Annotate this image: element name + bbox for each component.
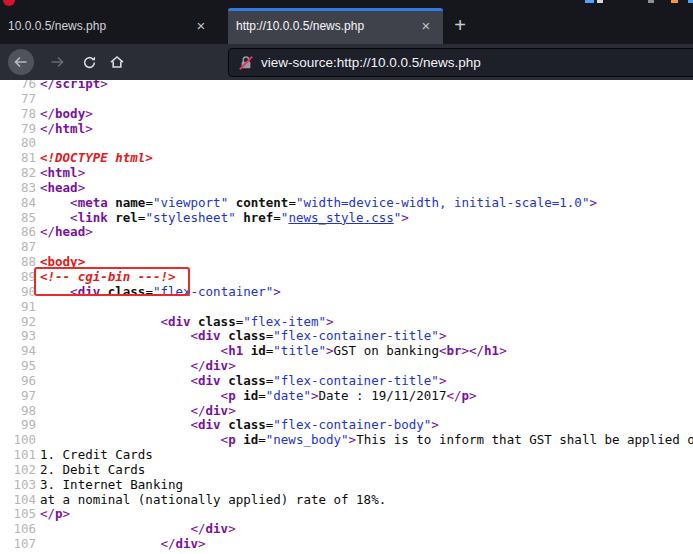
line-number: 102: [0, 463, 36, 478]
navigation-toolbar: view-source:http://10.0.0.5/news.php: [0, 44, 693, 80]
line-number: 104: [0, 493, 36, 508]
source-line: 1022. Debit Cards: [0, 463, 693, 478]
line-number: 79: [0, 122, 36, 137]
source-line: 79</html>: [0, 122, 693, 137]
source-line: 76</script>: [0, 80, 693, 92]
close-tab-icon[interactable]: ×: [192, 17, 210, 35]
line-number: 88: [0, 255, 36, 270]
url-bar[interactable]: view-source:http://10.0.0.5/news.php: [228, 48, 693, 77]
tab-news-php[interactable]: 10.0.0.5/news.php ×: [0, 8, 218, 44]
panel-fragment: [585, 0, 594, 3]
source-line: 98</div>: [0, 404, 693, 419]
source-line: 97<p id="date">Date : 19/11/2017</p>: [0, 389, 693, 404]
line-number: 81: [0, 151, 36, 166]
line-number: 105: [0, 507, 36, 522]
tab-title: 10.0.0.5/news.php: [8, 19, 192, 33]
source-line: 78</body>: [0, 107, 693, 122]
source-line: 105</p>: [0, 507, 693, 522]
line-number: 80: [0, 136, 36, 151]
new-tab-button[interactable]: +: [448, 14, 472, 38]
line-number: 101: [0, 448, 36, 463]
line-number: 96: [0, 374, 36, 389]
source-line: 80: [0, 136, 693, 151]
line-number: 90: [0, 285, 36, 300]
line-number: 100: [0, 433, 36, 448]
arrow-left-icon: [13, 54, 29, 70]
line-number: 107: [0, 537, 36, 552]
arrow-right-icon: [49, 54, 65, 70]
line-number: 84: [0, 196, 36, 211]
source-line: 84<meta name="viewport" content="width=d…: [0, 196, 693, 211]
source-line: 100<p id="news_body">This is to inform t…: [0, 433, 693, 448]
source-line: 83<head>: [0, 181, 693, 196]
source-line: 93<div class="flex-container-title">: [0, 329, 693, 344]
source-line: 94<h1 id="title">GST on banking<br></h1>: [0, 344, 693, 359]
source-line: 91: [0, 300, 693, 315]
line-number: 85: [0, 211, 36, 226]
reload-icon: [82, 55, 97, 70]
line-number: 91: [0, 300, 36, 315]
source-line: 99<div class="flex-container-body">: [0, 418, 693, 433]
panel-fragment: [688, 0, 693, 3]
line-number: 77: [0, 92, 36, 107]
line-number: 89: [0, 270, 36, 285]
line-number: 87: [0, 240, 36, 255]
red-annotation-box: [34, 267, 190, 296]
panel-fragment: [597, 0, 603, 3]
source-lines: 76</script>7778</body>79</html>8081<!DOC…: [0, 80, 693, 552]
line-number: 95: [0, 359, 36, 374]
panel-fragment: [671, 0, 678, 3]
notification-dot-icon: [3, 0, 15, 6]
home-icon: [109, 54, 125, 70]
active-tab-indicator: [228, 8, 443, 11]
home-button[interactable]: [104, 49, 130, 75]
line-number: 106: [0, 522, 36, 537]
source-line: 96<div class="flex-container-title">: [0, 374, 693, 389]
source-line: 92<div class="flex-item">: [0, 315, 693, 330]
line-number: 98: [0, 404, 36, 419]
close-tab-icon[interactable]: ×: [417, 17, 435, 35]
back-button[interactable]: [8, 49, 34, 75]
source-line: 106</div>: [0, 522, 693, 537]
source-line: 86</head>: [0, 225, 693, 240]
source-line: 95</div>: [0, 359, 693, 374]
source-line: 1033. Internet Banking: [0, 478, 693, 493]
tab-bar: 10.0.0.5/news.php × http://10.0.0.5/news…: [0, 0, 693, 44]
tab-news-php-active[interactable]: http://10.0.0.5/news.php ×: [228, 8, 443, 44]
line-number: 103: [0, 478, 36, 493]
source-code-view[interactable]: 76</script>7778</body>79</html>8081<!DOC…: [0, 80, 693, 554]
line-number: 82: [0, 166, 36, 181]
line-number: 78: [0, 107, 36, 122]
line-number: 99: [0, 418, 36, 433]
forward-button[interactable]: [44, 49, 70, 75]
source-line: 1011. Credit Cards: [0, 448, 693, 463]
reload-button[interactable]: [76, 49, 102, 75]
line-number: 86: [0, 225, 36, 240]
source-line: 82<html>: [0, 166, 693, 181]
line-number: 93: [0, 329, 36, 344]
line-number: 83: [0, 181, 36, 196]
panel-fragment: [648, 0, 654, 3]
firefox-window: 10.0.0.5/news.php × http://10.0.0.5/news…: [0, 0, 693, 554]
insecure-lock-icon[interactable]: [238, 55, 254, 71]
source-line: 104at a nominal (nationally applied) rat…: [0, 493, 693, 508]
url-text: view-source:http://10.0.0.5/news.php: [261, 55, 481, 70]
source-line: 85<link rel="stylesheet" href="news_styl…: [0, 211, 693, 226]
line-number: 97: [0, 389, 36, 404]
line-number: 94: [0, 344, 36, 359]
tab-title: http://10.0.0.5/news.php: [236, 19, 417, 33]
line-number: 92: [0, 315, 36, 330]
source-line: 81<!DOCTYPE html>: [0, 151, 693, 166]
source-line: 77: [0, 92, 693, 107]
source-line: 107</div>: [0, 537, 693, 552]
source-line: 87: [0, 240, 693, 255]
